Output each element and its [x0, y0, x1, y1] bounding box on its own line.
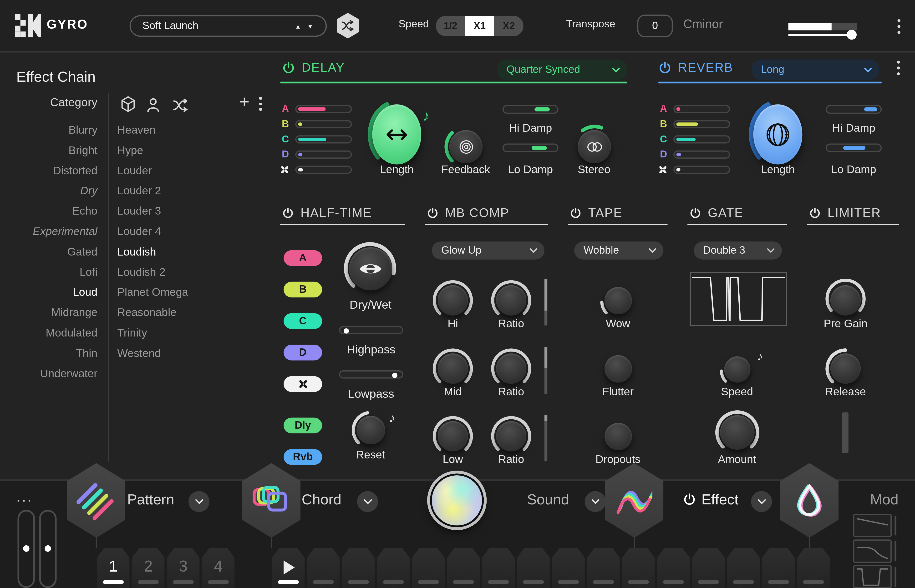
seq-cell[interactable]	[377, 548, 410, 588]
preset-item[interactable]: Louder 2	[117, 181, 257, 201]
seq-cell[interactable]	[307, 548, 340, 588]
preset-item[interactable]: Louder 3	[117, 201, 257, 221]
mbcomp-mid-knob[interactable]	[438, 354, 468, 384]
halftime-slot-d-pill[interactable]: D	[283, 345, 322, 360]
mbcomp-low-knob[interactable]	[438, 421, 468, 451]
main-menu-button[interactable]	[897, 19, 900, 34]
seq-cell[interactable]	[622, 548, 655, 588]
seq-cell[interactable]	[517, 548, 550, 588]
limiter-power-icon[interactable]	[809, 207, 821, 219]
slot-d-slider[interactable]	[674, 150, 730, 158]
preset-item[interactable]: Loudish 2	[117, 262, 257, 283]
halftime-slot-c-pill[interactable]: C	[283, 313, 322, 329]
play-button[interactable]	[272, 548, 304, 588]
preset-selector[interactable]: Soft Launch ▲ ▼	[130, 15, 327, 37]
category-item[interactable]: Modulated	[0, 323, 97, 343]
category-item[interactable]: Experimental	[0, 222, 97, 242]
mbcomp-power-icon[interactable]	[426, 207, 439, 219]
seq-cell[interactable]	[587, 548, 620, 588]
category-item[interactable]: Thin	[0, 343, 97, 363]
seq-cell[interactable]	[447, 548, 480, 588]
slot-b-slider[interactable]	[295, 120, 352, 128]
randomize-preset-button[interactable]	[337, 13, 359, 39]
preset-next-button[interactable]: ▼	[304, 23, 316, 29]
preset-item[interactable]: Trinity	[117, 323, 257, 343]
slot-d-slider[interactable]	[295, 150, 352, 158]
preset-item[interactable]: Hype	[117, 141, 257, 161]
add-preset-button[interactable]: +	[239, 94, 249, 111]
category-item[interactable]: Dry	[0, 181, 97, 201]
halftime-reverb-pill[interactable]: Rvb	[283, 449, 322, 465]
category-item[interactable]: Midrange	[0, 303, 97, 323]
halftime-slot-b-pill[interactable]: B	[283, 282, 322, 297]
halftime-delay-pill[interactable]: Dly	[283, 417, 322, 433]
seq-cell[interactable]	[762, 548, 795, 588]
speed-half-button[interactable]: 1/2	[436, 16, 465, 36]
preset-item[interactable]: Louder 4	[117, 222, 257, 242]
slot-c-slider[interactable]	[295, 135, 352, 143]
user-presets-icon[interactable]	[146, 97, 160, 113]
tape-flutter-knob[interactable]	[604, 355, 632, 383]
sound-expand-button[interactable]	[585, 491, 606, 512]
mbcomp-mode-dropdown[interactable]: Glow Up	[432, 241, 544, 260]
preset-item-selected[interactable]: Loudish	[117, 242, 257, 262]
slot-a-slider[interactable]	[674, 105, 730, 113]
mod-wheel[interactable]	[39, 510, 57, 588]
slot-c-slider[interactable]	[674, 135, 730, 143]
preset-item[interactable]: Planet Omega	[117, 283, 257, 303]
transpose-value-field[interactable]: 0	[637, 15, 673, 37]
slot-shuffle-slider[interactable]	[295, 166, 352, 174]
bottom-overflow-button[interactable]: ...	[16, 489, 33, 505]
gate-speed-knob[interactable]	[724, 356, 750, 383]
pattern-step-3[interactable]: 3	[167, 548, 199, 588]
category-item[interactable]: Gated	[0, 242, 97, 262]
chord-expand-button[interactable]	[357, 491, 378, 512]
category-item[interactable]: Bright	[0, 141, 97, 161]
delay-mode-dropdown[interactable]: Quarter Synced	[497, 60, 627, 80]
shuffle-presets-icon[interactable]	[173, 98, 189, 112]
delay-power-icon[interactable]	[282, 61, 295, 74]
mbcomp-hi-knob[interactable]	[438, 285, 468, 315]
limiter-pregain-knob[interactable]	[831, 285, 861, 315]
mbcomp-hi-ratio-knob[interactable]	[496, 285, 526, 315]
mod-curve-thumbnail-1[interactable]	[853, 514, 892, 537]
gate-amount-knob[interactable]	[720, 415, 755, 450]
slot-shuffle-slider[interactable]	[674, 166, 730, 174]
seq-cell[interactable]	[727, 548, 760, 588]
preset-item[interactable]: Louder	[117, 161, 257, 181]
seq-cell[interactable]	[342, 548, 374, 588]
pitch-wheel[interactable]	[18, 510, 35, 588]
delay-stereo-knob[interactable]	[578, 130, 611, 163]
speed-x2-button[interactable]: X2	[494, 16, 523, 36]
seq-cell[interactable]	[797, 548, 830, 588]
halftime-highpass-slider[interactable]	[339, 326, 403, 334]
sound-orb-button[interactable]	[430, 474, 484, 527]
reverb-power-icon[interactable]	[658, 61, 672, 74]
tape-wow-knob[interactable]	[604, 287, 632, 314]
speed-x1-button[interactable]: X1	[465, 16, 494, 36]
pattern-step-2[interactable]: 2	[132, 548, 164, 588]
category-item[interactable]: Blurry	[0, 120, 97, 140]
seq-cell[interactable]	[552, 548, 585, 588]
category-item[interactable]: Underwater	[0, 363, 97, 384]
browser-menu-button[interactable]	[259, 97, 262, 111]
pattern-expand-button[interactable]	[188, 491, 209, 512]
preset-item[interactable]: Reasonable	[117, 303, 257, 323]
delay-feedback-knob[interactable]	[449, 130, 483, 163]
output-volume-slider[interactable]	[789, 23, 863, 43]
category-item[interactable]: Lofi	[0, 262, 97, 283]
preset-prev-button[interactable]: ▲	[292, 23, 304, 29]
limiter-release-knob[interactable]	[831, 354, 861, 384]
halftime-lowpass-slider[interactable]	[339, 370, 403, 378]
category-item[interactable]: Distorted	[0, 161, 97, 181]
pattern-step-4[interactable]: 4	[202, 548, 235, 588]
delay-hidamp-slider[interactable]	[502, 105, 559, 114]
mod-curve-thumbnail-3[interactable]	[853, 565, 892, 588]
tape-mode-dropdown[interactable]: Wobble	[574, 241, 664, 260]
seq-cell[interactable]	[657, 548, 690, 588]
effect-power-icon[interactable]	[683, 493, 696, 506]
halftime-shuffle-pill[interactable]	[283, 376, 322, 392]
slot-b-slider[interactable]	[674, 120, 730, 128]
category-item[interactable]: Echo	[0, 201, 97, 221]
category-item-selected[interactable]: Loud	[0, 283, 97, 303]
